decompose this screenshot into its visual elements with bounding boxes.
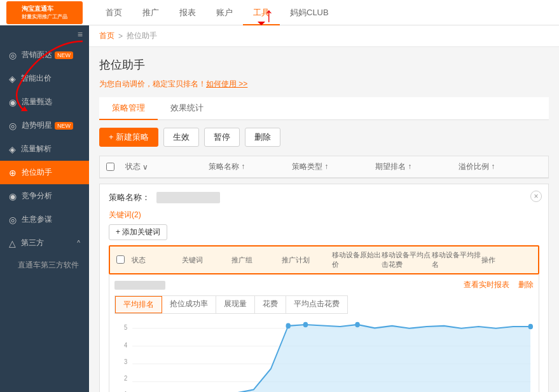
sidebar-sublabel: 直通车第三方软件 bbox=[18, 260, 79, 271]
kw-label: 关键词(2) bbox=[109, 210, 539, 220]
breadcrumb: 首页 > 抢位助手 bbox=[89, 25, 559, 47]
svg-point-15 bbox=[355, 322, 360, 328]
nav-items: 首页 推广 报表 账户 工具 妈妈CLUB bbox=[95, 0, 553, 25]
strategy-close-btn[interactable]: × bbox=[530, 191, 542, 202]
zncj-icon: ◈ bbox=[9, 74, 16, 84]
kw-col-cpc: 移动设备平均点击花费 bbox=[382, 250, 432, 269]
sidebar-item-sycm[interactable]: ◎ 生意参谋 bbox=[0, 208, 89, 231]
kw-row-1: 查看实时报表 删除 平均排名 抢位成功率 展现量 花费 平均点击花费 bbox=[109, 274, 539, 392]
chart-tabs: 平均排名 抢位成功率 展现量 花费 平均点击花费 bbox=[114, 295, 348, 314]
tab-effect-stats[interactable]: 效果统计 bbox=[158, 97, 216, 120]
strategy-tabs: 策略管理 效果统计 bbox=[99, 97, 549, 120]
chart-tab-avg-rank[interactable]: 平均排名 bbox=[115, 296, 162, 313]
chart-container: 5 4 3 2 1 0 bbox=[114, 321, 534, 392]
svg-text:2: 2 bbox=[124, 374, 128, 382]
logo: 淘宝直通车 财量实用推广工产品 bbox=[6, 1, 83, 24]
strategy-table: 状态 ∨ 策略名称 ↑ 策略类型 ↑ 期望排名 ↑ 溢价比例 ↑ bbox=[99, 156, 549, 179]
nav-home[interactable]: 首页 bbox=[95, 0, 132, 25]
toolbar: + 新建策略 生效 暂停 删除 bbox=[99, 128, 549, 147]
sidebar-item-zncj[interactable]: ◈ 智能出价 bbox=[0, 67, 89, 90]
jzfx-icon: ◉ bbox=[9, 191, 17, 201]
dsf-icon: △ bbox=[9, 238, 16, 248]
hint-text: 为您自动调价，稳定宝贝排名！如何使用 >> bbox=[99, 79, 549, 90]
sidebar-item-qwzs[interactable]: ⊕ 抢位助手 bbox=[0, 161, 89, 184]
svg-text:5: 5 bbox=[124, 323, 128, 331]
qsmx-icon: ◎ bbox=[9, 121, 17, 131]
kw-col-keyword: 关键词 bbox=[182, 255, 232, 265]
sidebar-item-qsmx[interactable]: ◎ 趋势明星 NEW bbox=[0, 114, 89, 137]
kw-col-group: 推广组 bbox=[231, 255, 282, 265]
chart-svg: 5 4 3 2 1 0 bbox=[114, 321, 534, 392]
keywords-section: 关键词(2) + 添加关键词 状态 关键词 推广组 推广计划 移动设备原始出价 … bbox=[109, 210, 539, 392]
logo-subtitle: 财量实用推广工产品 bbox=[22, 13, 67, 20]
sidebar-label-sycm: 生意参谋 bbox=[22, 214, 52, 225]
kw-row-1-content: 查看实时报表 删除 bbox=[114, 280, 534, 290]
btn-pause[interactable]: 暂停 bbox=[204, 128, 240, 147]
main-content: 首页 > 抢位助手 抢位助手 为您自动调价，稳定宝贝排名！如何使用 >> 策略管… bbox=[89, 25, 559, 392]
top-nav: 淘宝直通车 财量实用推广工产品 首页 推广 报表 账户 工具 妈妈CLUB bbox=[0, 0, 559, 25]
add-keyword-btn[interactable]: + 添加关键词 bbox=[109, 224, 167, 240]
strategy-title-row: 策略名称： bbox=[109, 192, 539, 203]
svg-text:4: 4 bbox=[124, 341, 128, 349]
sidebar-item-jzfx[interactable]: ◉ 竞争分析 bbox=[0, 184, 89, 208]
nav-mama[interactable]: 妈妈CLUB bbox=[280, 0, 339, 25]
svg-text:3: 3 bbox=[124, 358, 128, 365]
sycm-icon: ◎ bbox=[9, 215, 17, 225]
col-status-sort: ∨ bbox=[142, 163, 148, 172]
sidebar-toggle[interactable]: ≡ bbox=[0, 25, 89, 43]
kw-row-1-actions: 查看实时报表 删除 bbox=[457, 280, 534, 290]
chart-tab-success-rate[interactable]: 抢位成功率 bbox=[162, 296, 216, 313]
new-badge-qsmx: NEW bbox=[55, 122, 73, 130]
sidebar-label-qwzs: 抢位助手 bbox=[22, 167, 52, 178]
col-rank: 期望排名 ↑ bbox=[375, 161, 459, 172]
kw-col-bid: 移动设备原始出价 bbox=[332, 250, 382, 269]
breadcrumb-sep: > bbox=[118, 32, 123, 41]
select-all-checkbox[interactable] bbox=[106, 163, 114, 171]
hint-link[interactable]: 如何使用 >> bbox=[206, 79, 247, 88]
svg-point-14 bbox=[303, 322, 308, 328]
sidebar-item-yxmd[interactable]: ◎ 营销面达 NEW bbox=[0, 43, 89, 67]
sidebar-item-llxy[interactable]: ◈ 流量解析 bbox=[0, 137, 89, 161]
kw-row-1-name bbox=[114, 281, 165, 290]
sidebar-subitem-software[interactable]: 直通车第三方软件 bbox=[0, 255, 89, 276]
sidebar-item-dsf[interactable]: △ 第三方 ^ bbox=[0, 231, 89, 255]
svg-point-13 bbox=[286, 323, 291, 329]
btn-new-strategy[interactable]: + 新建策略 bbox=[99, 128, 158, 147]
qwzs-icon: ⊕ bbox=[9, 168, 17, 178]
nav-promote[interactable]: 推广 bbox=[132, 0, 169, 25]
breadcrumb-current: 抢位助手 bbox=[127, 30, 157, 41]
kw-col-rank: 移动设备平均排名 bbox=[432, 250, 482, 269]
chart-tab-avg-cpc[interactable]: 平均点击花费 bbox=[286, 296, 347, 313]
sidebar-label-jzfx: 竞争分析 bbox=[22, 191, 52, 201]
kw-col-action: 操作 bbox=[481, 255, 532, 265]
sidebar-label-zncj: 智能出价 bbox=[21, 73, 52, 84]
kw-row-1-view[interactable]: 查看实时报表 bbox=[464, 280, 509, 289]
breadcrumb-home[interactable]: 首页 bbox=[99, 30, 114, 41]
logo-title: 淘宝直通车 bbox=[22, 4, 67, 13]
chart-tab-spend[interactable]: 花费 bbox=[255, 296, 286, 313]
chart-tabs-wrap: 平均排名 抢位成功率 展现量 花费 平均点击花费 bbox=[114, 295, 534, 319]
sidebar-label-llxy: 流量解析 bbox=[21, 144, 52, 154]
close-circle[interactable]: × bbox=[530, 191, 542, 202]
kw-col-status: 状态 bbox=[132, 255, 182, 265]
llzx-icon: ◉ bbox=[9, 97, 17, 107]
col-status: 状态 ∨ bbox=[125, 161, 209, 172]
sidebar-item-llzx[interactable]: ◉ 流量甄选 bbox=[0, 90, 89, 114]
btn-activate[interactable]: 生效 bbox=[163, 128, 199, 147]
col-type: 策略类型 ↑ bbox=[292, 161, 375, 172]
kw-select-all[interactable] bbox=[116, 255, 125, 264]
page-title: 抢位助手 bbox=[99, 57, 549, 72]
chart-tab-impressions[interactable]: 展现量 bbox=[216, 296, 255, 313]
yxmd-icon: ◎ bbox=[9, 50, 17, 60]
new-badge-yxmd: NEW bbox=[55, 51, 73, 59]
btn-delete[interactable]: 删除 bbox=[245, 128, 280, 147]
nav-account[interactable]: 账户 bbox=[206, 0, 243, 25]
tab-strategy-manage[interactable]: 策略管理 bbox=[99, 97, 158, 120]
dsf-arrow: ^ bbox=[77, 240, 80, 247]
nav-report[interactable]: 报表 bbox=[169, 0, 206, 25]
kw-row-1-delete[interactable]: 删除 bbox=[518, 280, 534, 289]
layout: ≡ ◎ 营销面达 NEW ◈ 智能出价 ◉ 流量甄选 ◎ 趋势明星 NEW ◈ … bbox=[0, 25, 559, 392]
nav-tools[interactable]: 工具 bbox=[243, 0, 280, 25]
svg-point-16 bbox=[528, 324, 534, 330]
kw-col-plan: 推广计划 bbox=[282, 255, 332, 265]
